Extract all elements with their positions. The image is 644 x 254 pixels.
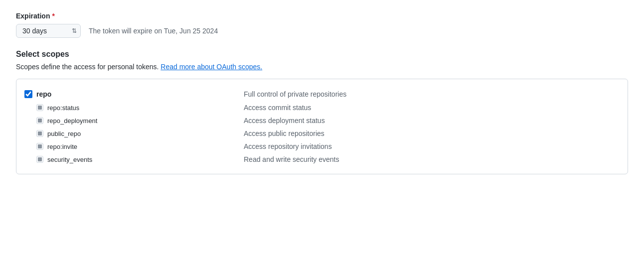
sub-name-col-public-repo: public_repo	[36, 130, 244, 137]
repo-invite-checkbox-inner	[38, 144, 42, 148]
repo-checkbox[interactable]	[24, 90, 32, 98]
repo-status-label: repo:status	[47, 104, 79, 112]
repo-description: Full control of private repositories	[244, 90, 346, 98]
scopes-description: Scopes define the access for personal to…	[16, 63, 628, 71]
scopes-title: Select scopes	[16, 50, 628, 59]
security-events-label: security_events	[47, 156, 92, 163]
expiration-select-wrapper: 7 days 30 days 60 days 90 days No expira…	[16, 24, 81, 38]
scopes-section: Select scopes Scopes define the access f…	[16, 50, 628, 174]
public-repo-checkbox-inner	[38, 131, 42, 135]
expiry-description: The token will expire on Tue, Jun 25 202…	[89, 27, 218, 35]
sub-name-col-repo-status: repo:status	[36, 104, 244, 112]
repo-status-checkbox[interactable]	[36, 104, 43, 111]
repo-status-description: Access commit status	[244, 104, 311, 112]
repo-label: repo	[36, 90, 51, 98]
security-events-description: Read and write security events	[244, 155, 339, 163]
expiration-label: Expiration *	[16, 12, 628, 20]
public-repo-checkbox[interactable]	[36, 130, 43, 137]
scope-row-security-events: security_events Read and write security …	[24, 153, 620, 166]
oauth-scopes-link[interactable]: Read more about OAuth scopes.	[161, 63, 262, 71]
scopes-description-text: Scopes define the access for personal to…	[16, 63, 159, 71]
repo-status-checkbox-inner	[38, 106, 42, 110]
required-indicator: *	[52, 12, 54, 20]
expiration-row: 7 days 30 days 60 days 90 days No expira…	[16, 24, 628, 38]
sub-name-col-security-events: security_events	[36, 156, 244, 163]
repo-invite-checkbox[interactable]	[36, 143, 43, 150]
repo-deployment-description: Access deployment status	[244, 117, 325, 125]
expiration-section: Expiration * 7 days 30 days 60 days 90 d…	[16, 12, 628, 38]
scope-row-repo-invite: repo:invite Access repository invitation…	[24, 140, 620, 153]
repo-deployment-checkbox-inner	[38, 119, 42, 123]
repo-invite-description: Access repository invitations	[244, 142, 332, 150]
scope-row-public-repo: public_repo Access public repositories	[24, 127, 620, 140]
repo-deployment-checkbox[interactable]	[36, 117, 43, 124]
expiration-select[interactable]: 7 days 30 days 60 days 90 days No expira…	[16, 24, 81, 38]
expiration-text: Expiration	[16, 12, 50, 20]
security-events-checkbox-inner	[38, 157, 42, 161]
public-repo-label: public_repo	[47, 130, 81, 137]
security-events-checkbox[interactable]	[36, 156, 43, 163]
scope-row-repo-status: repo:status Access commit status	[24, 101, 620, 114]
scope-row-repo-deployment: repo_deployment Access deployment status	[24, 114, 620, 127]
repo-deployment-label: repo_deployment	[47, 117, 97, 125]
sub-name-col-repo-deployment: repo_deployment	[36, 117, 244, 125]
repo-invite-label: repo:invite	[47, 143, 77, 150]
sub-name-col-repo-invite: repo:invite	[36, 143, 244, 150]
scopes-box: repo Full control of private repositorie…	[16, 79, 628, 174]
scope-name-col-repo: repo	[24, 90, 244, 98]
scope-row-repo: repo Full control of private repositorie…	[24, 87, 620, 101]
public-repo-description: Access public repositories	[244, 129, 324, 137]
